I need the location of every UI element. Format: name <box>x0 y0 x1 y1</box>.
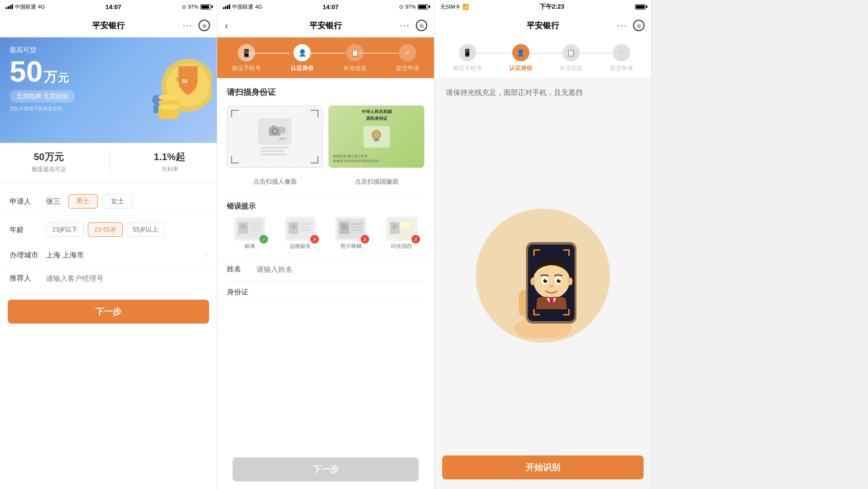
referral-input[interactable] <box>46 274 207 282</box>
step-1-label: 验证手机号 <box>232 64 261 72</box>
nav-dots-3[interactable]: ··· <box>617 21 627 31</box>
loan-rate-label: 月利率 <box>154 165 186 174</box>
nav-target-icon[interactable]: ◎ <box>199 20 210 31</box>
svg-point-15 <box>279 127 286 133</box>
svg-rect-55 <box>533 309 535 315</box>
signal-icon <box>6 4 13 9</box>
nav-dots-2[interactable]: ··· <box>400 21 410 31</box>
battery-icon <box>200 4 211 10</box>
network-label: 4G <box>38 4 45 10</box>
s3-step-4-icon: ✓ <box>613 44 630 61</box>
location-icon-2: ⊙ <box>399 4 403 10</box>
svg-rect-35 <box>351 223 363 225</box>
scan-cards: 中华人民共和国 居民身份证 <box>227 105 424 168</box>
nav-title-3: 平安银行 <box>527 20 559 31</box>
signal-icon-2 <box>223 4 230 9</box>
city-value: 上海 上海市 <box>46 251 84 260</box>
female-button[interactable]: 女士 <box>103 194 132 209</box>
age-buttons: 23岁以下 23-55岁 55岁以上 <box>46 222 164 237</box>
back-button[interactable]: ‹ <box>225 20 228 31</box>
applicant-value: 张三 <box>46 197 60 206</box>
svg-rect-30 <box>300 226 310 228</box>
step-4-label: 提交申请 <box>396 64 419 72</box>
error-img-flash: ✗ <box>386 217 417 241</box>
nav-target-icon-3[interactable]: ◎ <box>633 20 645 31</box>
s3-step-2-icon: 👤 <box>512 44 529 61</box>
svg-rect-25 <box>250 229 260 231</box>
city-row[interactable]: 办理城市 上海 上海市 › <box>0 244 217 267</box>
error-title: 错误提示 <box>227 202 424 211</box>
face-instruction: 请保持光线充足，面部正对手机，且无遮挡 <box>434 79 651 105</box>
s3-step-4: ✓ 提交申请 <box>610 44 633 72</box>
id-front-card[interactable] <box>227 105 323 168</box>
step-3-icon: 📋 <box>346 44 364 61</box>
time-label: 14:07 <box>106 3 121 11</box>
loan-rate-value: 1.1%起 <box>154 151 186 163</box>
svg-rect-57 <box>568 309 570 315</box>
error-item-standard: ✓ 标准 <box>227 217 273 250</box>
loan-info-section: 50万元 额度最高可达 1.1%起 月利率 <box>0 147 217 184</box>
scan-title: 请扫描身份证 <box>227 87 424 98</box>
age-row: 年龄 23岁以下 23-55岁 55岁以上 <box>0 216 217 244</box>
nav-target-icon-2[interactable]: ◎ <box>416 20 427 31</box>
name-label: 姓名 <box>227 265 251 274</box>
svg-rect-24 <box>250 226 259 228</box>
error-item-flash: ✗ 闪光强烈 <box>379 217 425 250</box>
step-3-label: 补充信息 <box>343 64 366 72</box>
applicant-row: 申请人 张三 男士 女士 <box>0 187 217 216</box>
step-2-label: 认证身份 <box>291 64 314 72</box>
s3-step-3-icon: 📋 <box>563 44 580 61</box>
svg-point-17 <box>373 131 380 138</box>
form-card: 50万元 额度最高可达 1.1%起 月利率 申请人 张三 男士 女士 <box>0 137 217 489</box>
age-under23-button[interactable]: 23岁以下 <box>46 222 84 237</box>
loan-amount-label: 额度最高可达 <box>32 165 66 174</box>
time-label-2: 14:07 <box>323 3 339 11</box>
status-bar-1: 中国联通 4G 14:07 ⊙ 97% <box>0 0 217 13</box>
nav-bar-2: ‹ 平安银行 ··· ◎ <box>217 13 434 37</box>
referral-row: 推荐人 <box>0 267 217 290</box>
error-section: 错误提示 ✓ <box>217 194 434 250</box>
age-over55-button[interactable]: 55岁以上 <box>127 222 164 237</box>
svg-rect-23 <box>250 223 261 225</box>
error-label-blur: 照片模糊 <box>340 243 362 250</box>
banner-amount: 50 <box>10 57 43 86</box>
nav-dots-1[interactable]: ··· <box>183 21 193 31</box>
name-input[interactable] <box>251 265 424 273</box>
carrier-label-3: 无SIM卡 <box>440 3 460 11</box>
face-container <box>434 105 651 446</box>
bad-badge-3: ✗ <box>411 235 420 244</box>
age-23-55-button[interactable]: 23-55岁 <box>88 222 122 237</box>
battery-icon-3 <box>635 4 645 10</box>
svg-point-19 <box>375 139 378 141</box>
error-items: ✓ 标准 <box>227 217 424 250</box>
input-section: 姓名 身份证 <box>217 258 434 304</box>
male-button[interactable]: 男士 <box>68 194 98 209</box>
svg-point-66 <box>530 278 535 285</box>
s3-step-2-label: 认证身份 <box>509 64 532 72</box>
promo-banner[interactable]: 最高可贷 50 万 元 无需抵押 无需担保 贷款不能用于购房及投资 50万 <box>0 37 217 143</box>
error-item-blur: ✗ 照片模糊 <box>328 217 374 250</box>
svg-rect-37 <box>351 229 362 231</box>
progress-step-2: 👤 认证身份 <box>291 44 314 72</box>
start-recognition-button[interactable]: 开始识别 <box>442 455 644 479</box>
progress-step-4: ✓ 提交申请 <box>396 44 419 72</box>
svg-point-13 <box>273 130 276 133</box>
step-1-icon: 📱 <box>238 44 255 61</box>
nav-bar-1: 平安银行 ··· ◎ <box>0 13 217 37</box>
id-back-card[interactable]: 中华人民共和国 居民身份证 <box>328 105 424 168</box>
loan-amount-item: 50万元 额度最高可达 <box>32 151 66 174</box>
error-item-border: ✗ 边框缺失 <box>278 217 324 250</box>
s3-step-2: 👤 认证身份 <box>509 44 532 72</box>
face-circle <box>476 209 610 343</box>
screen3-content: 请保持光线充足，面部正对手机，且无遮挡 <box>434 79 651 489</box>
next-button-2[interactable]: 下一步 <box>233 457 419 481</box>
next-button-1[interactable]: 下一步 <box>8 300 209 324</box>
svg-rect-53 <box>568 249 570 256</box>
scan-section: 请扫描身份证 <box>217 78 434 186</box>
battery-label-2: 97% <box>405 4 416 10</box>
loan-rate-item: 1.1%起 月利率 <box>154 151 186 174</box>
svg-point-22 <box>241 224 246 229</box>
svg-rect-36 <box>351 226 361 228</box>
step-4-icon: ✓ <box>399 44 416 61</box>
s3-step-3: 📋 补充信息 <box>560 44 583 72</box>
